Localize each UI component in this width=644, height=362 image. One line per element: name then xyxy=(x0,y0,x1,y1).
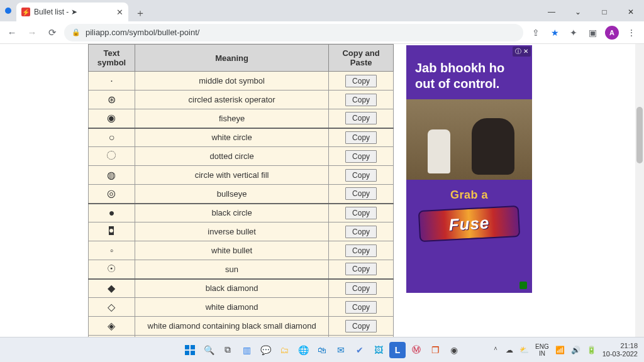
reading-list-icon[interactable]: ▣ xyxy=(586,26,599,39)
meaning-cell: middle dot symbol xyxy=(135,72,328,90)
copy-button[interactable]: Copy xyxy=(345,75,377,87)
symbol-cell: ◈ xyxy=(89,317,135,336)
table-row: ○white circleCopy xyxy=(89,128,394,147)
weather-icon[interactable]: ⛅ xyxy=(519,346,529,354)
svg-rect-2 xyxy=(185,351,189,355)
copy-button[interactable]: Copy xyxy=(345,207,377,219)
copy-button[interactable]: Copy xyxy=(345,150,377,163)
copy-button[interactable]: Copy xyxy=(345,187,377,200)
copy-button[interactable]: Copy xyxy=(345,244,377,257)
kebab-menu-icon[interactable]: ⋮ xyxy=(625,26,638,39)
close-icon[interactable]: ✕ xyxy=(618,3,644,21)
back-button[interactable]: ← xyxy=(4,25,20,41)
copy-cell: Copy xyxy=(329,147,394,166)
battery-icon[interactable]: 🔋 xyxy=(587,346,596,354)
meaning-cell: circled asterisk operator xyxy=(135,90,328,109)
symbol-cell: ◦ xyxy=(89,241,135,260)
copy-button[interactable]: Copy xyxy=(345,263,377,275)
volume-icon[interactable]: 🔊 xyxy=(571,346,580,354)
mcafee-icon[interactable]: Ⓜ xyxy=(408,342,425,358)
language-indicator[interactable]: ENG IN xyxy=(535,343,549,357)
search-icon[interactable]: 🔍 xyxy=(201,342,217,358)
table-row: ●black circleCopy xyxy=(89,204,394,222)
office-icon[interactable]: ❐ xyxy=(427,342,443,358)
todo-icon[interactable]: ✔ xyxy=(352,342,368,358)
copy-button[interactable]: Copy xyxy=(345,301,377,314)
onedrive-icon[interactable]: ☁ xyxy=(506,346,513,354)
forward-button[interactable]: → xyxy=(24,25,40,41)
table-row: ◈white diamond containing black small di… xyxy=(89,317,394,336)
copy-button[interactable]: Copy xyxy=(345,282,377,295)
vertical-scrollbar[interactable] xyxy=(635,44,644,337)
tab-close-icon[interactable]: ✕ xyxy=(116,8,123,17)
new-tab-button[interactable]: ＋ xyxy=(132,5,148,21)
copy-cell: Copy xyxy=(329,185,394,204)
tab-strip: ⚡ Bullet list - ➤ ✕ ＋ — ⌄ □ ✕ xyxy=(0,0,644,21)
svg-rect-0 xyxy=(185,345,189,349)
photos-icon[interactable]: 🖼 xyxy=(370,342,387,358)
mail-icon[interactable]: ✉ xyxy=(333,342,349,358)
table-row: ⊛circled asterisk operatorCopy xyxy=(89,90,394,109)
task-view-icon[interactable]: ⧉ xyxy=(219,342,236,358)
minimize-icon[interactable]: — xyxy=(538,3,565,21)
tray-chevron-icon[interactable]: ＾ xyxy=(492,344,499,355)
ad-subhead: Grab a xyxy=(406,189,532,202)
chrome-taskbar-icon[interactable]: ◉ xyxy=(446,342,462,358)
symbol-cell xyxy=(89,147,135,166)
copy-cell: Copy xyxy=(329,72,394,90)
meaning-cell: dotted circle xyxy=(135,147,328,166)
app-l-icon[interactable]: L xyxy=(389,342,406,358)
ad-banner[interactable]: ⓘ ✕ Jab bhookh ho out of control. Grab a… xyxy=(406,45,532,293)
profile-avatar[interactable]: A xyxy=(605,26,619,40)
col-header-symbol: Text symbol xyxy=(89,45,135,72)
copy-cell: Copy xyxy=(329,317,394,336)
dotted-circle-icon xyxy=(107,151,116,160)
scrollbar-thumb[interactable] xyxy=(636,107,643,163)
copy-cell: Copy xyxy=(329,222,394,241)
chat-icon[interactable]: 💬 xyxy=(257,342,274,358)
file-explorer-icon[interactable]: 🗂 xyxy=(276,342,292,358)
ad-info-icon[interactable]: ⓘ ✕ xyxy=(513,47,531,57)
copy-button[interactable]: Copy xyxy=(345,169,377,182)
reload-button[interactable]: ⟳ xyxy=(44,25,60,41)
tab-favicon: ⚡ xyxy=(21,8,30,16)
edge-icon[interactable]: 🌐 xyxy=(295,342,311,358)
symbol-cell: ☉ xyxy=(89,260,135,279)
symbol-cell: ◍ xyxy=(89,166,135,185)
symbol-cell xyxy=(89,222,135,241)
browser-toolbar: ← → ⟳ 🔒 piliapp.com/symbol/bullet-point/… xyxy=(0,21,644,44)
copy-button[interactable]: Copy xyxy=(345,131,377,144)
ad-gorilla-figure xyxy=(472,118,514,175)
wifi-icon[interactable]: 📶 xyxy=(555,346,565,354)
copy-button[interactable]: Copy xyxy=(345,112,377,124)
copy-button[interactable]: Copy xyxy=(345,94,377,106)
symbol-cell: · xyxy=(89,72,135,90)
share-icon[interactable]: ⇪ xyxy=(530,26,542,39)
widgets-icon[interactable]: ▥ xyxy=(238,342,255,358)
lang-top: ENG xyxy=(535,343,549,350)
copy-cell: Copy xyxy=(329,279,394,298)
tab-title: Bullet list - ➤ xyxy=(34,8,113,16)
address-bar[interactable]: 🔒 piliapp.com/symbol/bullet-point/ xyxy=(64,24,523,41)
bookmark-star-icon[interactable]: ★ xyxy=(548,26,561,39)
ad-veg-mark-icon xyxy=(519,282,527,289)
copy-cell: Copy xyxy=(329,128,394,147)
ad-person-figure xyxy=(428,129,450,173)
extensions-icon[interactable]: ✦ xyxy=(567,26,580,39)
maximize-icon[interactable]: □ xyxy=(591,3,618,21)
copy-button[interactable]: Copy xyxy=(345,320,377,332)
ad-brand-logo: Fuse xyxy=(418,206,520,242)
copy-button[interactable]: Copy xyxy=(345,226,377,238)
col-header-copy: Copy and Paste xyxy=(329,45,394,72)
meaning-cell: circle with vertical fill xyxy=(135,166,328,185)
page-viewport: Text symbol Meaning Copy and Paste ·midd… xyxy=(0,44,644,337)
store-icon[interactable]: 🛍 xyxy=(314,342,330,358)
copy-cell: Copy xyxy=(329,109,394,128)
table-row: ◇white diamondCopy xyxy=(89,298,394,317)
lang-bottom: IN xyxy=(535,350,549,357)
chevron-down-icon[interactable]: ⌄ xyxy=(565,3,591,21)
start-button[interactable] xyxy=(182,342,198,358)
browser-tab-active[interactable]: ⚡ Bullet list - ➤ ✕ xyxy=(16,3,128,21)
taskbar-clock[interactable]: 21:18 10-03-2022 xyxy=(602,342,638,357)
table-row: inverse bulletCopy xyxy=(89,222,394,241)
